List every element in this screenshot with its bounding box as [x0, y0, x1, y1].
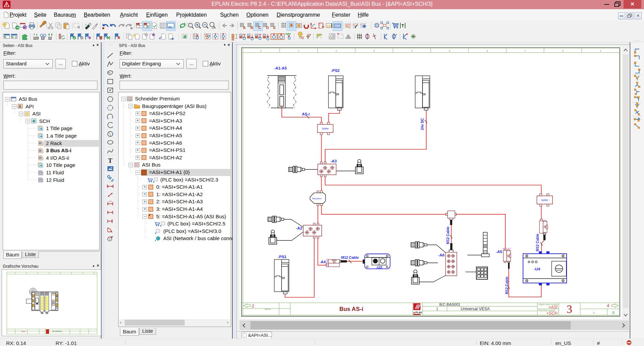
svg-text:IEC-BAS001: IEC-BAS001 [52, 330, 62, 332]
svg-text:Name: Name [264, 308, 271, 310]
svg-text:PLAN: PLAN [415, 311, 422, 314]
svg-text:M12 Cable: M12 Cable [535, 234, 539, 251]
svg-text:6: 6 [487, 49, 488, 52]
svg-text:+SCH: +SCH [547, 311, 558, 316]
svg-text:1: 1 [298, 49, 300, 52]
svg-text:8: 8 [562, 49, 564, 52]
svg-text:C: C [258, 26, 261, 30]
svg-text:-PS2: -PS2 [331, 68, 340, 73]
svg-text:IEC-BAS001: IEC-BAS001 [439, 302, 460, 306]
svg-text:T: T [401, 23, 404, 28]
svg-text:4: 4 [411, 49, 413, 52]
svg-text:123: 123 [33, 36, 39, 40]
svg-text:M12 Cable: M12 Cable [505, 277, 509, 294]
svg-text:Repetiteur: Repetiteur [312, 198, 322, 200]
svg-text:M12 Cable: M12 Cable [446, 226, 450, 244]
svg-text:-A3: -A3 [331, 159, 337, 163]
svg-text:9: 9 [600, 49, 601, 52]
svg-text:D: D [266, 26, 269, 30]
svg-text:Splitter: Splitter [541, 199, 548, 202]
svg-text:3: 3 [567, 303, 572, 315]
svg-text:M12 Cable: M12 Cable [341, 255, 359, 260]
svg-text:Universal VESA: Universal VESA [461, 306, 490, 311]
svg-text:24v DC: 24v DC [420, 118, 424, 130]
svg-text:s: s [593, 311, 595, 314]
svg-text:AS-i: AS-i [302, 112, 310, 116]
svg-text:5: 5 [449, 49, 450, 52]
svg-text:E: E [273, 26, 276, 30]
svg-text:123: 123 [327, 24, 332, 28]
svg-text:100: 100 [211, 27, 215, 29]
svg-text:-PS1: -PS1 [278, 255, 287, 259]
svg-text:A: A [243, 26, 246, 30]
svg-text:1: 1 [436, 307, 438, 311]
svg-text:12: 12 [41, 36, 45, 40]
svg-text:8: 8 [612, 311, 614, 315]
svg-text:-A5: -A5 [496, 250, 502, 254]
svg-text:-A1-A5: -A1-A5 [274, 66, 287, 70]
svg-text:-A6: -A6 [438, 253, 445, 257]
svg-text:Splitter: Splitter [322, 127, 329, 130]
svg-text:Rack: Rack [21, 330, 26, 332]
svg-text:Bus AS-i: Bus AS-i [339, 306, 363, 312]
svg-text:-A4: -A4 [319, 260, 326, 264]
svg-text:7: 7 [524, 49, 526, 52]
svg-text:-U4: -U4 [534, 267, 540, 271]
svg-text:=ASI: =ASI [549, 305, 558, 310]
svg-text:-A2: -A2 [296, 226, 302, 230]
svg-text:-U2: -U2 [376, 265, 383, 269]
svg-text:4: 4 [607, 303, 609, 308]
svg-text:12: 12 [48, 36, 52, 40]
svg-text:2: 2 [336, 49, 337, 52]
svg-text:B: B [250, 26, 253, 30]
svg-text:T: T [108, 157, 112, 164]
svg-text:3: 3 [373, 49, 375, 52]
svg-text:2: 2 [252, 304, 254, 309]
svg-text:e: e [413, 311, 415, 314]
svg-text:0: 0 [260, 49, 262, 52]
